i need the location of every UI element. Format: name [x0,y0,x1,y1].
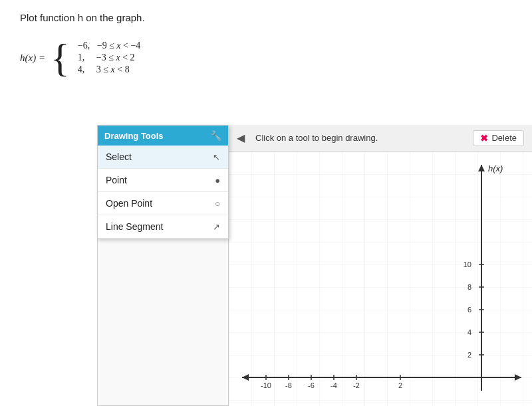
open-point-icon: ○ [215,199,220,209]
tool-line-segment-label: Line Segment [106,221,163,232]
svg-text:-2: -2 [353,381,360,389]
tool-select[interactable]: Select ↖ [98,146,228,169]
tool-select-label: Select [106,152,132,162]
tool-point-label: Point [106,175,127,185]
delete-icon: ✖ [480,133,488,144]
svg-text:h(x): h(x) [488,163,503,173]
svg-text:-6: -6 [308,381,315,389]
h-label: h(x) = [20,52,45,64]
tool-open-point[interactable]: Open Point ○ [98,192,228,215]
toolbar-instruction: Click on a tool to begin drawing. [255,133,465,143]
delete-label: Delete [491,133,517,143]
graph-area: h(x) 2 4 6 8 10 -10 -8 -6 -4 -2 2 [229,152,532,406]
svg-text:2: 2 [398,381,402,389]
tool-open-point-label: Open Point [106,198,152,209]
delete-button[interactable]: ✖ Delete [473,130,524,146]
tool-line-segment[interactable]: Line Segment ↗ [98,215,228,239]
math-function-display: h(x) = { −6, −9 ≤ x < −4 1, −3 ≤ x < 2 4… [20,35,140,81]
case-row-2: 1, −3 ≤ x < 2 [78,52,141,63]
svg-text:-4: -4 [331,381,337,389]
tool-point[interactable]: Point ● [98,169,228,192]
graph-svg: h(x) 2 4 6 8 10 -10 -8 -6 -4 -2 2 [229,152,532,406]
svg-text:-8: -8 [285,381,292,389]
case-row-3: 4, 3 ≤ x < 8 [78,64,141,75]
point-icon: ● [215,175,220,185]
case-row-1: −6, −9 ≤ x < −4 [78,41,141,51]
svg-rect-0 [229,152,532,406]
instruction-text: Plot function h on the graph. [20,12,145,23]
drawing-tools-panel: Drawing Tools 🔧 Select ↖ Point ● Open Po… [97,125,229,239]
instruction-label: Plot function h on the graph. [20,12,145,23]
drawing-tools-title: Drawing Tools [104,131,164,141]
wrench-icon: 🔧 [210,130,221,141]
svg-text:-10: -10 [261,381,271,389]
left-brace: { [51,35,70,81]
svg-text:8: 8 [467,283,471,291]
collapse-arrow[interactable]: ◀ [237,132,245,144]
svg-text:2: 2 [467,351,471,359]
svg-text:6: 6 [467,306,471,314]
drawing-tools-header: Drawing Tools 🔧 [98,126,228,146]
svg-text:4: 4 [467,328,471,336]
cursor-icon: ↖ [213,152,220,162]
line-segment-icon: ↗ [213,222,220,232]
svg-text:10: 10 [464,260,471,268]
piecewise-cases: −6, −9 ≤ x < −4 1, −3 ≤ x < 2 4, 3 ≤ x <… [78,41,141,75]
toolbar: ◀ Click on a tool to begin drawing. ✖ De… [229,125,532,152]
